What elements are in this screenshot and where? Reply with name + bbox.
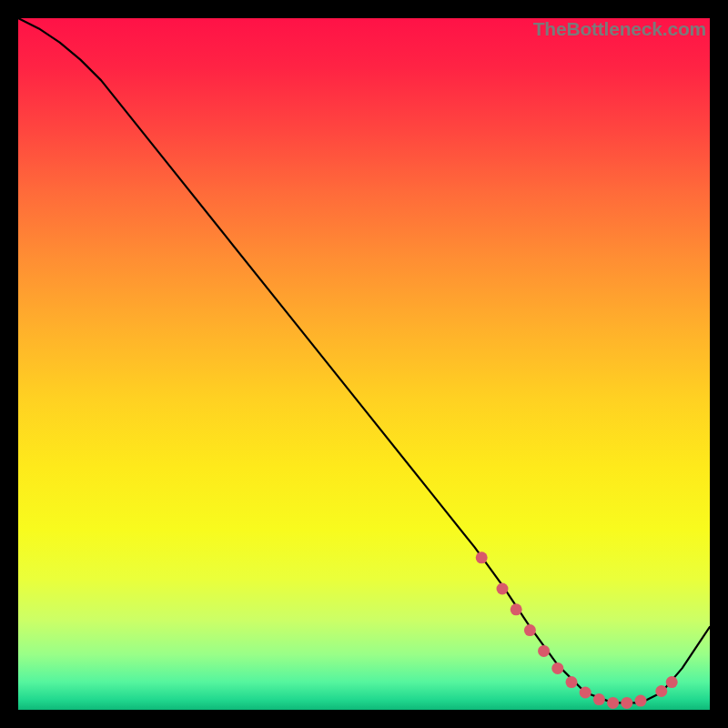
curve-line: [18, 18, 710, 703]
marker-dot: [635, 695, 647, 707]
marker-dot: [666, 676, 678, 688]
marker-dot: [497, 583, 509, 595]
marker-dot: [621, 697, 632, 709]
marker-dot: [607, 697, 619, 709]
marker-dot: [476, 551, 488, 563]
marker-dot: [566, 676, 578, 688]
marker-dot: [524, 624, 536, 636]
marker-dot: [551, 662, 563, 674]
chart-svg: [18, 18, 710, 710]
marker-dot: [511, 603, 522, 615]
marker-dot: [580, 687, 592, 699]
chart-area: TheBottleneck.com: [18, 18, 710, 710]
marker-dot: [593, 693, 605, 705]
watermark-text: TheBottleneck.com: [533, 18, 706, 40]
marker-dot: [655, 685, 667, 697]
marker-dot: [538, 645, 550, 657]
